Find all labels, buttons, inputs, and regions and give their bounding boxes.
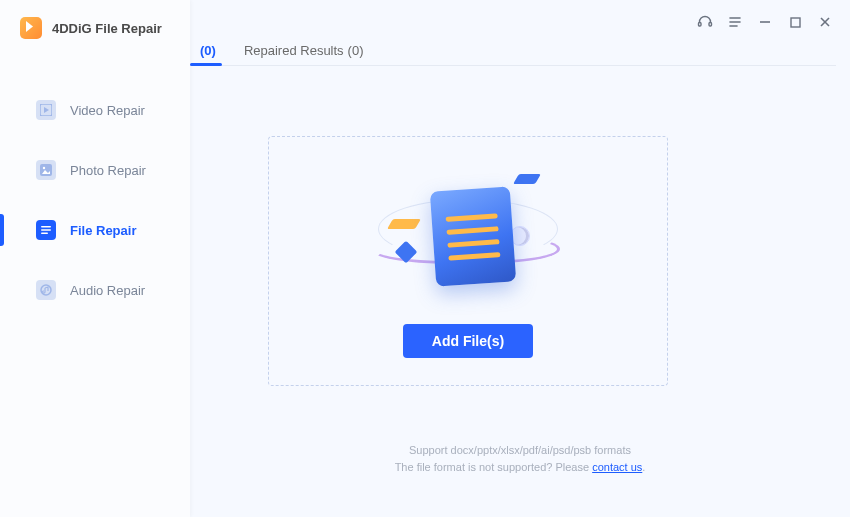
svg-rect-2 bbox=[40, 164, 52, 176]
sidebar-item-audio-repair[interactable]: Audio Repair bbox=[0, 260, 190, 320]
app-logo-icon bbox=[20, 17, 42, 39]
video-icon bbox=[36, 100, 56, 120]
svg-rect-5 bbox=[41, 226, 51, 228]
tabs: (0) Repaired Results (0) bbox=[190, 36, 836, 66]
menu-icon[interactable] bbox=[726, 13, 744, 31]
sidebar-item-file-repair[interactable]: File Repair bbox=[0, 200, 190, 260]
close-icon[interactable] bbox=[816, 13, 834, 31]
maximize-icon[interactable] bbox=[786, 13, 804, 31]
sidebar: 4DDiG File Repair Video Repair Photo Rep… bbox=[0, 0, 190, 517]
sidebar-item-photo-repair[interactable]: Photo Repair bbox=[0, 140, 190, 200]
svg-rect-6 bbox=[41, 229, 51, 231]
sidebar-item-label: Photo Repair bbox=[70, 163, 146, 178]
tab-count: (0) bbox=[200, 43, 216, 58]
footer-text: Support docx/pptx/xlsx/pdf/ai/psd/psb fo… bbox=[190, 442, 850, 477]
sidebar-item-label: Audio Repair bbox=[70, 283, 145, 298]
app-logo-row: 4DDiG File Repair bbox=[0, 0, 190, 56]
tab-repaired-results[interactable]: Repaired Results (0) bbox=[238, 35, 370, 65]
svg-rect-9 bbox=[699, 23, 702, 27]
svg-point-4 bbox=[43, 167, 45, 169]
sidebar-item-label: Video Repair bbox=[70, 103, 145, 118]
content-area: Add File(s) Support docx/pptx/xlsx/pdf/a… bbox=[190, 66, 850, 517]
photo-icon bbox=[36, 160, 56, 180]
support-headset-icon[interactable] bbox=[696, 13, 714, 31]
tab-label: Repaired Results bbox=[244, 43, 344, 58]
svg-marker-1 bbox=[44, 107, 49, 113]
svg-point-8 bbox=[41, 285, 51, 295]
svg-rect-15 bbox=[791, 18, 800, 27]
supported-formats-text: Support docx/pptx/xlsx/pdf/ai/psd/psb fo… bbox=[190, 442, 850, 460]
file-illustration bbox=[368, 164, 568, 314]
svg-rect-7 bbox=[41, 232, 48, 234]
file-icon bbox=[36, 220, 56, 240]
app-name: 4DDiG File Repair bbox=[52, 21, 162, 36]
footer-line2: The file format is not supported? Please… bbox=[190, 459, 850, 477]
sidebar-item-video-repair[interactable]: Video Repair bbox=[0, 80, 190, 140]
file-dropzone[interactable]: Add File(s) bbox=[268, 136, 668, 386]
tab-count: (0) bbox=[348, 43, 364, 58]
audio-icon bbox=[36, 280, 56, 300]
minimize-icon[interactable] bbox=[756, 13, 774, 31]
tab-unrepaired[interactable]: (0) bbox=[190, 35, 222, 65]
svg-rect-10 bbox=[709, 23, 712, 27]
contact-us-link[interactable]: contact us bbox=[592, 461, 642, 473]
add-files-button[interactable]: Add File(s) bbox=[403, 324, 533, 358]
sidebar-item-label: File Repair bbox=[70, 223, 136, 238]
